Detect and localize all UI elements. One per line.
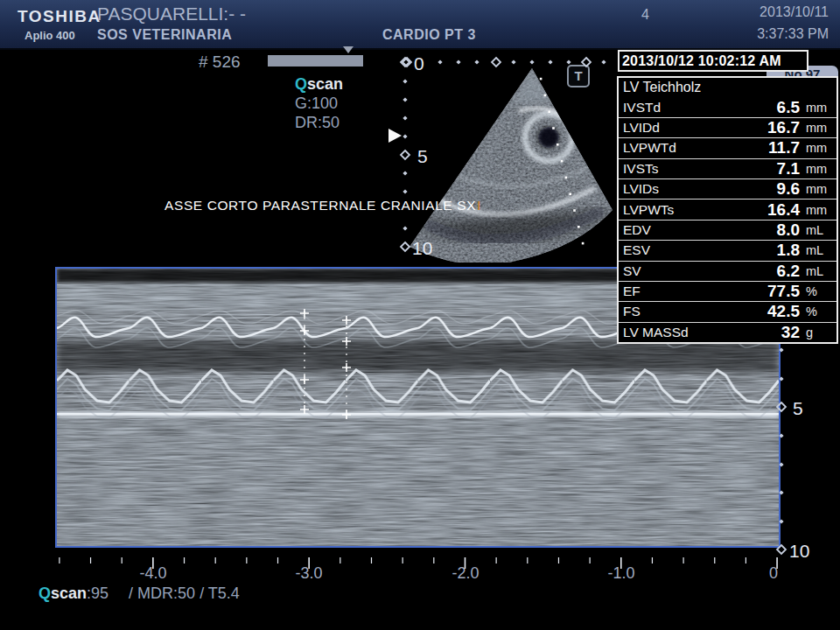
- measurement-label: ESV: [623, 242, 650, 258]
- measurement-unit: mL: [806, 223, 833, 237]
- status-qscan-value: :95: [87, 584, 108, 602]
- measurement-unit: mm: [806, 141, 833, 155]
- measurement-label: LV MASSd: [623, 325, 689, 340]
- measurement-label: EF: [623, 284, 640, 299]
- measurement-rows: IVSTd 6.5 mm LVIDd 16.7 mm LVPWTd 11.7 m…: [619, 97, 836, 342]
- frame-counter: # 526: [199, 52, 241, 72]
- x-tick-label: -1.0: [607, 564, 634, 582]
- measurement-value: 11.7: [768, 138, 800, 158]
- gain-value: G:100: [295, 94, 343, 113]
- freeze-timestamp: 2013/10/12 10:02:12 AM: [618, 50, 808, 72]
- measurement-value: 32: [781, 323, 800, 342]
- x-tick-label: -3.0: [295, 564, 322, 582]
- status-qscan-rest: scan: [51, 584, 87, 602]
- x-tick-label: -2.0: [452, 564, 479, 582]
- annotation-text: ASSE CORTO PARASTERNALE CRANIALE SX: [164, 198, 476, 213]
- system-date: 2013/10/11: [760, 4, 829, 20]
- measurement-unit: mm: [806, 101, 833, 115]
- patient-name: PASQUARELLI:- -: [97, 4, 246, 24]
- cine-slider-marker-icon[interactable]: [343, 46, 354, 53]
- dynamic-range-value: DR:50: [295, 113, 343, 132]
- qscan-label: Qscan: [295, 74, 343, 94]
- measurement-unit: mL: [806, 243, 833, 257]
- measurement-row: LV MASSd 32 g: [619, 322, 836, 342]
- cine-slider[interactable]: [268, 55, 363, 66]
- measurement-label: LVPWTd: [623, 140, 676, 156]
- measurement-row: LVIDs 9.6 mm: [619, 178, 836, 199]
- measurement-value: 6.5: [777, 98, 800, 117]
- measurement-unit: %: [806, 284, 833, 298]
- toshiba-logo: TOSHIBA: [18, 7, 102, 26]
- measurement-label: SV: [623, 263, 641, 279]
- measurement-value: 6.2: [777, 262, 800, 281]
- measurement-label: IVSTs: [623, 161, 658, 177]
- status-qscan-q: Q: [38, 584, 51, 602]
- measurement-unit: mm: [806, 121, 833, 135]
- measurement-table-title: LV Teichholz: [623, 80, 701, 95]
- measurement-label: FS: [623, 304, 640, 319]
- measurement-label: IVSTd: [623, 100, 661, 116]
- title-bar: TOSHIBA Aplio 400 PASQUARELLI:- - SOS VE…: [0, 0, 840, 50]
- measurement-label: LVIDd: [623, 120, 660, 136]
- measurement-unit: %: [806, 304, 833, 318]
- measurement-row: SV 6.2 mL: [619, 261, 836, 281]
- mmode-depth-label-5: 5: [793, 398, 803, 418]
- measurement-row: FS 42.5 %: [619, 301, 836, 321]
- measurement-label: LVIDs: [623, 181, 659, 197]
- tool-t-icon[interactable]: T: [567, 65, 590, 88]
- measurement-value: 42.5: [767, 302, 800, 321]
- measurement-value: 1.8: [777, 241, 800, 260]
- measurement-value: 16.7: [767, 118, 800, 137]
- measurement-row: LVPWTs 16.4 mm: [619, 199, 836, 219]
- measurement-unit: mm: [806, 182, 833, 196]
- measurement-unit: mL: [806, 264, 833, 278]
- measurement-value: 8.0: [777, 220, 800, 240]
- measurement-unit: mm: [806, 203, 833, 217]
- mmode-depth-label-10: 10: [789, 541, 809, 561]
- measurement-row: IVSTd 6.5 mm: [619, 97, 836, 116]
- measurement-unit: g: [806, 326, 833, 340]
- x-tick-label: -4.0: [139, 564, 166, 582]
- facility-name: SOS VETERINARIA: [97, 27, 232, 43]
- measurement-row: IVSTs 7.1 mm: [619, 158, 836, 178]
- x-tick-label: 0: [769, 564, 778, 582]
- status-mdr: / MDR:50: [129, 584, 195, 602]
- qscan-q: Q: [295, 75, 307, 93]
- measurement-value: 77.5: [767, 282, 800, 301]
- measurement-row: ESV 1.8 mL: [619, 240, 836, 260]
- measurement-value: 9.6: [777, 179, 800, 199]
- status-thermal: / T5.4: [200, 584, 240, 602]
- measurement-value: 16.4: [767, 200, 800, 220]
- measurement-label: EDV: [623, 222, 651, 238]
- measurement-table-title-row: LV Teichholz: [619, 78, 836, 97]
- image-count: 4: [641, 7, 649, 23]
- annotation-text-field[interactable]: ASSE CORTO PARASTERNALE CRANIALE SXI: [164, 198, 481, 214]
- text-cursor: I: [477, 198, 481, 213]
- measurement-row: EDV 8.0 mL: [619, 220, 836, 240]
- image-parameters: Qscan G:100 DR:50: [295, 74, 343, 132]
- device-model: Aplio 400: [24, 29, 75, 42]
- qscan-rest: scan: [307, 75, 343, 93]
- measurement-table: LV Teichholz IVSTd 6.5 mm LVIDd 16.7 mm …: [617, 76, 838, 344]
- measurement-value: 7.1: [777, 159, 800, 178]
- status-bar: Qscan:95 / MDR:50 / T5.4: [38, 584, 240, 603]
- measurement-row: LVPWTd 11.7 mm: [619, 137, 836, 158]
- measurement-unit: mm: [806, 162, 833, 176]
- exam-preset: CARDIO PT 3: [382, 27, 476, 43]
- measurement-row: EF 77.5 %: [619, 281, 836, 301]
- measurement-label: LVPWTs: [623, 202, 674, 218]
- measurement-row: LVIDd 16.7 mm: [619, 117, 836, 137]
- time-axis-labels: -4.0 -3.0 -2.0 -1.0 0: [139, 564, 778, 582]
- system-time: 3:37:33 PM: [757, 26, 829, 42]
